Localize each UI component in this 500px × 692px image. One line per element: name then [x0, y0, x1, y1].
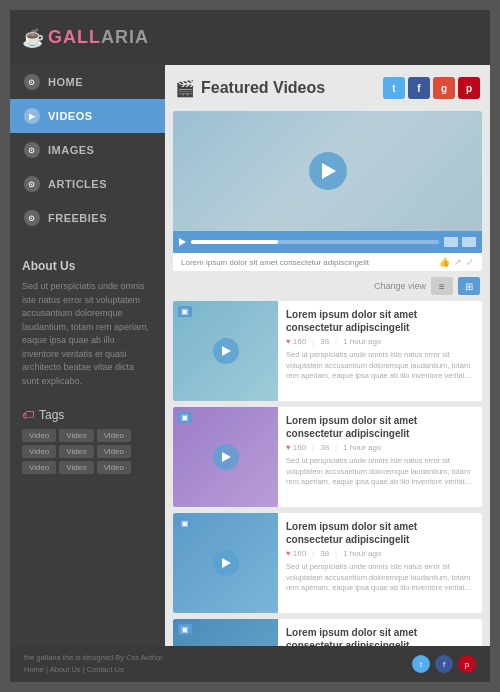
- tag-pill[interactable]: Video: [59, 429, 93, 442]
- views-count-2: 38: [320, 443, 329, 452]
- change-view-bar: Change view ≡ ⊞: [173, 277, 482, 295]
- video-meta-2: ♥ 160 | 38 | 1 hour ago: [286, 443, 474, 452]
- footer: the gallaria the is designed By Css Auth…: [10, 646, 490, 682]
- tag-pill[interactable]: Video: [97, 461, 131, 474]
- video-thumbnail-3: ▣: [173, 513, 278, 613]
- tag-pill[interactable]: Video: [97, 445, 131, 458]
- volume-icon[interactable]: [444, 237, 458, 247]
- list-view-button[interactable]: ≡: [431, 277, 453, 295]
- footer-social: t f p: [412, 655, 476, 673]
- pinterest-button[interactable]: p: [458, 77, 480, 99]
- footer-line2: Home | About Us | Contact Us: [24, 664, 163, 676]
- nav-item-home[interactable]: ⊙ HOME: [10, 65, 165, 99]
- thumb-play-3[interactable]: [213, 550, 239, 576]
- heart-icon-3: ♥: [286, 549, 291, 558]
- video-desc-3: Sed ut perspiciatis unde omnis iste natu…: [286, 562, 474, 594]
- tag-pill[interactable]: Video: [59, 445, 93, 458]
- grid-view-button[interactable]: ⊞: [458, 277, 480, 295]
- play-triangle-sm-icon-3: [222, 558, 231, 568]
- likes-count-2: ♥ 160: [286, 443, 306, 452]
- logo-icon: ☕: [22, 27, 44, 49]
- time-3: 1 hour ago: [343, 549, 381, 558]
- logo-area: ☕ GALLARIA: [22, 27, 149, 49]
- about-section: About Us Sed ut perspiciatis unde omnis …: [10, 245, 165, 398]
- video-desc-1: Sed ut perspiciatis unde omnis iste natu…: [286, 350, 474, 382]
- thumb-play-2[interactable]: [213, 444, 239, 470]
- footer-facebook-button[interactable]: f: [435, 655, 453, 673]
- film-badge-2: ▣: [178, 412, 192, 423]
- likes-count-3: ♥ 160: [286, 549, 306, 558]
- video-meta-1: ♥ 160 | 38 | 1 hour ago: [286, 337, 474, 346]
- nav-label-videos: VIDEOS: [48, 110, 93, 122]
- video-meta-3: ♥ 160 | 38 | 1 hour ago: [286, 549, 474, 558]
- twitter-button[interactable]: t: [383, 77, 405, 99]
- video-item-title-2: Lorem ipsum dolor sit amet consectetur a…: [286, 414, 474, 440]
- about-title: About Us: [22, 259, 153, 273]
- page-title: Featured Videos: [201, 79, 325, 97]
- tags-title-area: 🏷 Tags: [22, 408, 153, 422]
- tag-icon: 🏷: [22, 408, 34, 422]
- videos-icon: ▶: [24, 108, 40, 124]
- tag-pill[interactable]: Video: [59, 461, 93, 474]
- thumbsup-icon[interactable]: 👍: [439, 257, 450, 267]
- likes-count-1: ♥ 160: [286, 337, 306, 346]
- video-info-3: Lorem ipsum dolor sit amet consectetur a…: [278, 513, 482, 613]
- footer-line1: the gallaria the is designed By Css Auth…: [24, 652, 163, 664]
- nav-label-images: IMAGES: [48, 144, 94, 156]
- video-item-title-3: Lorem ipsum dolor sit amet consectetur a…: [286, 520, 474, 546]
- footer-pinterest-button[interactable]: p: [458, 655, 476, 673]
- nav-item-articles[interactable]: ⊙ ARTICLES: [10, 167, 165, 201]
- play-triangle-sm-icon-2: [222, 452, 231, 462]
- heart-icon-2: ♥: [286, 443, 291, 452]
- video-info-2: Lorem ipsum dolor sit amet consectetur a…: [278, 407, 482, 507]
- nav-label-home: HOME: [48, 76, 83, 88]
- content-title-area: 🎬 Featured Videos: [175, 79, 325, 98]
- tag-pill[interactable]: Video: [22, 429, 56, 442]
- images-icon: ⊙: [24, 142, 40, 158]
- meta-sep-3: |: [312, 443, 314, 452]
- video-thumbnail-4: ▣: [173, 619, 278, 646]
- film-badge-3: ▣: [178, 518, 192, 529]
- expand-icon[interactable]: ⤢: [466, 257, 474, 267]
- views-count-3: 38: [320, 549, 329, 558]
- footer-twitter-button[interactable]: t: [412, 655, 430, 673]
- video-player: Lorem ipsum dolor sit amet consectetur a…: [173, 111, 482, 271]
- tags-grid: Video Video Video Video Video Video Vide…: [22, 429, 153, 474]
- play-button-large[interactable]: [309, 152, 347, 190]
- progress-bar[interactable]: [191, 240, 439, 244]
- social-icons: t f g p: [383, 77, 480, 99]
- content-area[interactable]: 🎬 Featured Videos t f g p: [165, 65, 490, 646]
- tag-pill[interactable]: Video: [97, 429, 131, 442]
- tag-pill[interactable]: Video: [22, 445, 56, 458]
- tags-title: Tags: [39, 408, 64, 422]
- time-1: 1 hour ago: [343, 337, 381, 346]
- tags-section: 🏷 Tags Video Video Video Video Video Vid…: [10, 398, 165, 484]
- change-view-label: Change view: [374, 281, 426, 291]
- film-icon: 🎬: [175, 79, 195, 98]
- video-screen: [173, 111, 482, 231]
- logo-text: GALLARIA: [48, 27, 149, 48]
- meta-sep-6: |: [335, 549, 337, 558]
- tag-pill[interactable]: Video: [22, 461, 56, 474]
- nav-item-videos[interactable]: ▶ VIDEOS: [10, 99, 165, 133]
- heart-icon-1: ♥: [286, 337, 291, 346]
- video-controls: [173, 231, 482, 253]
- nav-label-articles: ARTICLES: [48, 178, 107, 190]
- film-badge-4: ▣: [178, 624, 192, 635]
- footer-text: the gallaria the is designed By Css Auth…: [24, 652, 163, 676]
- video-item-title-1: Lorem ipsum dolor sit amet consectetur a…: [286, 308, 474, 334]
- facebook-button[interactable]: f: [408, 77, 430, 99]
- googleplus-button[interactable]: g: [433, 77, 455, 99]
- video-desc-2: Sed ut perspiciatis unde omnis iste natu…: [286, 456, 474, 488]
- nav-item-images[interactable]: ⊙ IMAGES: [10, 133, 165, 167]
- home-icon: ⊙: [24, 74, 40, 90]
- thumb-play-1[interactable]: [213, 338, 239, 364]
- nav-item-freebies[interactable]: ⊙ FREEBIES: [10, 201, 165, 235]
- fullscreen-icon[interactable]: [462, 237, 476, 247]
- views-count-1: 38: [320, 337, 329, 346]
- share-icon[interactable]: ↗: [454, 257, 462, 267]
- video-info-4: Lorem ipsum dolor sit amet consectetur a…: [278, 619, 482, 646]
- video-item-title-4: Lorem ipsum dolor sit amet consectetur a…: [286, 626, 474, 646]
- video-thumbnail-2: ▣: [173, 407, 278, 507]
- play-control-icon[interactable]: [179, 238, 186, 246]
